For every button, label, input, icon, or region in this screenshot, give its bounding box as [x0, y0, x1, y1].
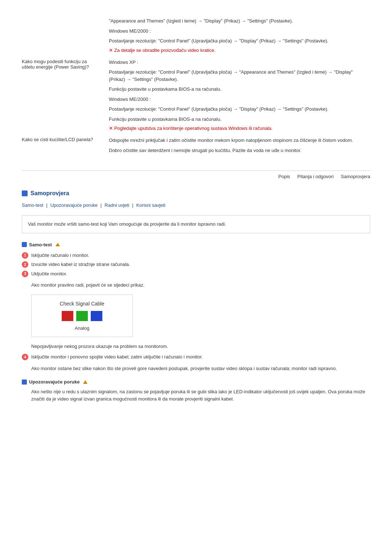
samo-test-header: Samo-test [22, 242, 370, 247]
list-item: 3 Uključite monitor. [22, 270, 370, 278]
para-3: Postavljanje rezolucije: "Control Panel"… [109, 37, 367, 45]
sub-nav-samo-test[interactable]: Samo-test [22, 202, 43, 208]
steps-list: 1 Isključite računalo i monitor. 2 Izvuc… [22, 252, 370, 278]
list-item: 4 Isključite monitor i ponovno spojite v… [22, 353, 370, 361]
section-title: Samoprovjera [30, 190, 69, 197]
section-header-icon [22, 190, 28, 196]
square-red [62, 311, 73, 321]
nav-popis[interactable]: Popis [278, 174, 290, 179]
para-7: Windows ME/2000 : [109, 96, 367, 103]
sub-nav-sep-2: | [101, 202, 102, 208]
table-row: Kako se cisti kucište/LCD panela? Odspoj… [22, 134, 370, 160]
row-content: Odspojite mrežni priključak i zatim očis… [102, 134, 370, 160]
nav-bar: Popis Pitanja i odgovori Samoprovjera [22, 171, 370, 179]
info-box: Vaš monitor može vršiti samo-test koji V… [22, 215, 370, 233]
step4-note: Ako monitor ostane bez slike nakon što s… [31, 365, 370, 372]
step-badge-2: 2 [22, 261, 28, 268]
row-content: "Appearance and Themes" (Izgled i teme) … [102, 15, 370, 56]
after-steps-text: Ako monitor pravilno radi, pojavit će se… [31, 282, 370, 289]
nav-samoprovjera[interactable]: Samoprovjera [341, 174, 370, 179]
step-badge-1: 1 [22, 252, 28, 259]
nav-pitanja[interactable]: Pitanja i odgovori [297, 174, 334, 179]
warning-text: Ako nešto nije u redu s ulaznim signalom… [31, 388, 370, 402]
step-text-4: Isključite monitor i ponovno spojite vid… [31, 353, 203, 361]
sub-nav-upozoravanje[interactable]: Upozoravajuće poruke [50, 202, 98, 208]
warning-section-header: Upozoravajuće poruke [22, 379, 370, 385]
row-label [22, 15, 102, 56]
para-2: Windows ME/2000 : [109, 28, 367, 35]
para-6: Funkciju postavite u postavkama BIOS-a n… [109, 86, 367, 93]
table-row: Kako mogu podesiti funkciju za uštetu en… [22, 56, 370, 134]
square-green [76, 311, 88, 321]
sub-nav-sep-3: | [132, 202, 133, 208]
row-label: Kako se cisti kucište/LCD panela? [22, 134, 102, 160]
list-item: 1 Isključite računalo i monitor. [22, 252, 370, 259]
para-9: Funkciju postavite u postavkama BIOS-a n… [109, 116, 367, 123]
para-8: Postavljanje rezolucije: "Control Panel"… [109, 106, 367, 113]
info-box-text: Vaš monitor može vršiti samo-test koji V… [28, 221, 226, 227]
signal-box-subtitle: Analog [39, 325, 125, 331]
color-squares [39, 311, 125, 321]
step4-list: 4 Isključite monitor i ponovno spojite v… [22, 353, 370, 361]
step-text-3: Uključite monitor. [31, 270, 67, 278]
para-4: Windows XP : [109, 59, 367, 66]
sub-nav-radni[interactable]: Radni uvjeti [105, 202, 129, 208]
para-5: Postavljanje rezolucije: "Control Panel"… [109, 69, 367, 83]
para-11: Dobro očistite sav deterdžent i nemojte … [109, 147, 367, 154]
samo-test-icon [22, 242, 27, 247]
step-text-1: Isključite računalo i monitor. [31, 252, 89, 259]
row-content: Windows XP : Postavljanje rezolucije: "C… [102, 56, 370, 134]
top-content-table: "Appearance and Themes" (Izgled i teme) … [22, 15, 370, 160]
square-blue [91, 311, 102, 321]
triangle-icon [56, 243, 60, 246]
samo-test-label: Samo-test [29, 242, 52, 247]
signal-cable-box: Check Signal Cable Analog [31, 295, 133, 337]
sub-nav: Samo-test | Upozoravajuće poruke | Radni… [22, 202, 370, 208]
row-label: Kako mogu podesiti funkciju za uštetu en… [22, 56, 102, 134]
sub-nav-korisni[interactable]: Korisni savjeti [136, 202, 165, 208]
sub-nav-sep-1: | [46, 202, 47, 208]
table-row: "Appearance and Themes" (Izgled i teme) … [22, 15, 370, 56]
red-note-2: Pogledajte uputstva za korištenje operat… [109, 126, 367, 131]
no-window-text: Nepojavljivanje nekog prozora ukazuje na… [31, 343, 370, 350]
warning-triangle-icon [83, 380, 87, 384]
para-1: "Appearance and Themes" (Izgled i teme) … [109, 17, 367, 25]
red-note-1: Za detalje se obradite proizvođaču video… [109, 48, 367, 53]
signal-box-title: Check Signal Cable [39, 301, 125, 307]
para-10: Odspojite mrežni priključak i zatim očis… [109, 137, 367, 144]
list-item: 2 Izvucite video kabel iz stražnje stran… [22, 261, 370, 268]
warning-icon [22, 379, 27, 385]
step-badge-4: 4 [22, 354, 28, 360]
step-text-2: Izvucite video kabel iz stražnje strane … [31, 261, 130, 268]
section-header: Samoprovjera [22, 190, 370, 197]
step-badge-3: 3 [22, 271, 28, 277]
warning-label: Upozoravajuće poruke [29, 379, 79, 385]
